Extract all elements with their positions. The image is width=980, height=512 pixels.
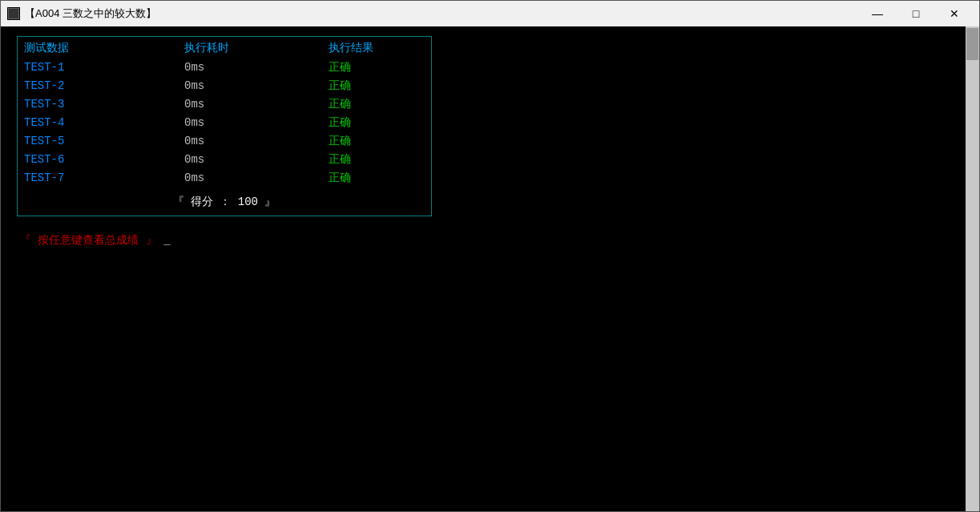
title-buttons: — □ ✕ xyxy=(859,1,973,26)
test-result-2: 正确 xyxy=(329,78,425,95)
table-row: TEST-5 0ms 正确 xyxy=(18,132,431,151)
results-box-inner: 测试数据 执行耗时 执行结果 TEST-1 0ms 正确 TEST-2 0ms … xyxy=(18,37,431,216)
test-result-5: 正确 xyxy=(329,133,425,150)
table-row: TEST-7 0ms 正确 xyxy=(18,169,431,187)
test-name-3: TEST-3 xyxy=(24,96,184,113)
header-test: 测试数据 xyxy=(24,40,184,57)
table-row: TEST-2 0ms 正确 xyxy=(18,77,431,95)
test-time-3: 0ms xyxy=(184,96,329,113)
console-content: 测试数据 执行耗时 执行结果 TEST-1 0ms 正确 TEST-2 0ms … xyxy=(1,30,979,262)
test-time-6: 0ms xyxy=(184,151,329,168)
header-result: 执行结果 xyxy=(329,40,425,57)
table-row: TEST-3 0ms 正确 xyxy=(18,95,431,114)
test-time-1: 0ms xyxy=(184,59,329,76)
test-name-5: TEST-5 xyxy=(24,133,184,150)
console-area: 测试数据 执行耗时 执行结果 TEST-1 0ms 正确 TEST-2 0ms … xyxy=(1,26,979,511)
title-bar: 【A004 三数之中的较大数】 — □ ✕ xyxy=(1,1,979,26)
score-text: 『 得分 ： 100 』 xyxy=(173,194,276,211)
cursor: _ xyxy=(163,234,170,247)
window-title: 【A004 三数之中的较大数】 xyxy=(25,6,156,21)
table-header: 测试数据 执行耗时 执行结果 xyxy=(18,38,431,58)
scrollbar-thumb[interactable] xyxy=(966,28,978,60)
table-row: TEST-6 0ms 正确 xyxy=(18,151,431,169)
test-time-2: 0ms xyxy=(184,78,329,95)
test-result-1: 正确 xyxy=(329,59,425,76)
table-row: TEST-1 0ms 正确 xyxy=(18,58,431,77)
test-result-4: 正确 xyxy=(329,115,425,131)
test-name-7: TEST-7 xyxy=(24,170,184,187)
header-time: 执行耗时 xyxy=(184,40,329,57)
test-result-6: 正确 xyxy=(329,151,425,168)
maximize-button[interactable]: □ xyxy=(897,1,934,26)
test-time-5: 0ms xyxy=(184,133,329,150)
prompt-section: 『 按任意键查看总成绩 』 _ xyxy=(10,216,970,256)
scrollbar[interactable] xyxy=(966,26,979,511)
test-time-7: 0ms xyxy=(184,170,329,187)
results-box: 测试数据 执行耗时 执行结果 TEST-1 0ms 正确 TEST-2 0ms … xyxy=(17,36,432,216)
prompt-text: 『 按任意键查看总成绩 』 xyxy=(20,234,157,247)
test-name-4: TEST-4 xyxy=(24,115,184,131)
app-window: 【A004 三数之中的较大数】 — □ ✕ 测试数据 执行耗时 执行结果 xyxy=(0,0,980,512)
table-row: TEST-4 0ms 正确 xyxy=(18,114,431,132)
test-name-2: TEST-2 xyxy=(24,78,184,95)
test-result-3: 正确 xyxy=(329,96,425,113)
test-name-6: TEST-6 xyxy=(24,151,184,168)
test-result-7: 正确 xyxy=(329,170,425,187)
app-icon xyxy=(7,7,20,20)
close-button[interactable]: ✕ xyxy=(936,1,973,26)
minimize-button[interactable]: — xyxy=(859,1,896,26)
test-name-1: TEST-1 xyxy=(24,59,184,76)
score-section: 『 得分 ： 100 』 xyxy=(18,187,431,214)
title-bar-left: 【A004 三数之中的较大数】 xyxy=(7,6,156,21)
test-time-4: 0ms xyxy=(184,115,329,131)
